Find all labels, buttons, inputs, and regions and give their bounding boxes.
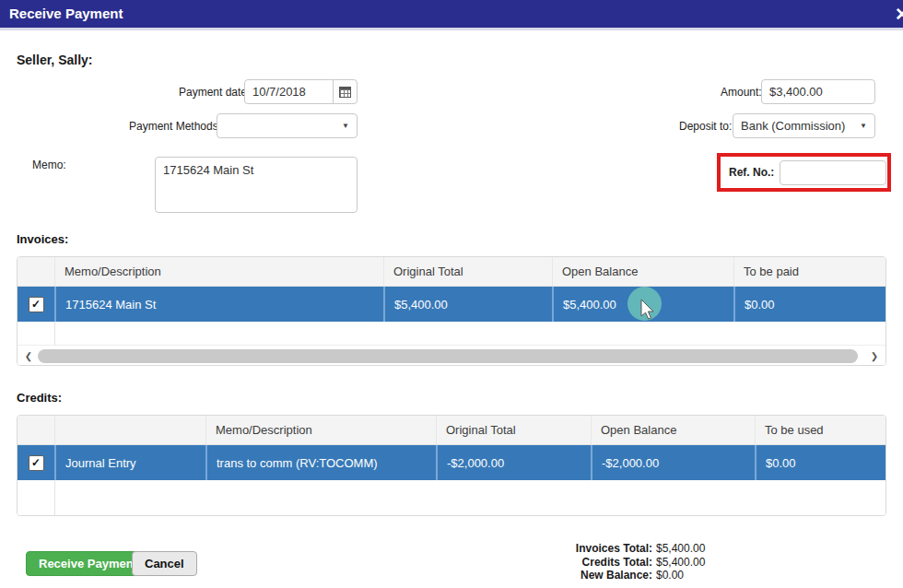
check-icon: ✓: [31, 456, 41, 469]
credit-open-balance-cell: -$2,000.00: [591, 445, 755, 480]
credits-header-type: [54, 416, 205, 444]
scroll-right-icon[interactable]: ❯: [867, 351, 882, 361]
credits-empty-area: [18, 480, 885, 516]
payment-date-label: Payment date:: [179, 86, 250, 99]
dialog-title: Receive Payment: [9, 6, 123, 21]
invoices-header-original-total: Original Total: [383, 257, 552, 286]
credits-total-label: Credits Total:: [516, 556, 652, 570]
invoice-original-total-cell: $5,400.00: [383, 287, 552, 322]
invoices-header-select: [18, 257, 54, 286]
invoices-header-open-balance: Open Balance: [552, 257, 733, 286]
credit-memo-cell: trans to comm (RV:TOCOMM): [205, 445, 436, 480]
memo-textarea[interactable]: 1715624 Main St: [155, 157, 358, 213]
new-balance-row: New Balance: $0.00: [516, 569, 710, 582]
invoice-to-be-paid-cell: $0.00: [733, 287, 885, 322]
invoices-header-to-be-paid: To be paid: [733, 257, 885, 286]
check-icon: ✓: [31, 298, 41, 311]
credit-checkbox[interactable]: ✓: [29, 455, 44, 471]
credit-to-be-used-cell: $0.00: [755, 445, 885, 480]
invoice-checkbox[interactable]: ✓: [29, 297, 44, 312]
payment-methods-select[interactable]: ▼: [217, 113, 358, 138]
invoices-section-label: Invoices:: [17, 232, 68, 246]
calendar-button[interactable]: [333, 79, 358, 104]
credits-table-header: Memo/Description Original Total Open Bal…: [18, 416, 885, 445]
credits-total-row: Credits Total: $5,400.00: [516, 556, 710, 570]
dialog-titlebar: Receive Payment ✕: [0, 0, 903, 30]
scroll-left-icon[interactable]: ❮: [21, 351, 36, 361]
new-balance-label: New Balance:: [516, 569, 652, 582]
payment-date-input[interactable]: [244, 79, 334, 104]
credits-total-value: $5,400.00: [656, 556, 710, 570]
credits-header-open-balance: Open Balance: [591, 416, 755, 444]
seller-heading: Seller, Sally:: [17, 53, 93, 67]
ref-no-highlight-box: Ref. No.:: [717, 153, 891, 192]
chevron-down-icon: ▼: [342, 122, 349, 130]
credits-header-select: [18, 416, 54, 444]
credits-header-memo: Memo/Description: [205, 416, 436, 444]
invoice-row-select-cell: ✓: [18, 287, 54, 322]
credit-row-select-cell: ✓: [18, 445, 54, 480]
ref-no-input[interactable]: [780, 160, 886, 185]
deposit-to-label: Deposit to:: [679, 120, 732, 133]
cancel-button[interactable]: Cancel: [132, 551, 197, 576]
credits-section-label: Credits:: [17, 391, 62, 405]
memo-label: Memo:: [32, 159, 66, 171]
deposit-to-value: Bank (Commission): [741, 119, 845, 133]
invoices-table-header: Memo/Description Original Total Open Bal…: [18, 257, 885, 287]
credits-header-original-total: Original Total: [436, 416, 591, 444]
payment-methods-label: Payment Methods:: [129, 120, 221, 133]
invoice-memo-cell: 1715624 Main St: [54, 287, 383, 322]
invoice-row[interactable]: ✓ 1715624 Main St $5,400.00 $5,400.00 $0…: [18, 287, 885, 322]
chevron-down-icon: ▼: [860, 122, 867, 130]
deposit-to-select[interactable]: Bank (Commission) ▼: [733, 113, 875, 138]
invoices-total-row: Invoices Total: $5,400.00: [516, 542, 710, 556]
invoices-empty-area: [18, 322, 885, 345]
new-balance-value: $0.00: [656, 569, 710, 582]
credit-type-cell: Journal Entry: [54, 445, 205, 480]
invoices-header-memo: Memo/Description: [54, 257, 383, 286]
column-divider: [18, 322, 55, 345]
invoices-hscrollbar: ❮ ❯: [18, 345, 885, 366]
amount-label: Amount:: [721, 86, 762, 99]
credits-table: Memo/Description Original Total Open Bal…: [17, 415, 886, 516]
invoices-total-label: Invoices Total:: [516, 542, 652, 556]
close-icon[interactable]: ✕: [895, 4, 903, 25]
receive-payment-dialog: { "titlebar": { "title": "Receive Paymen…: [0, 0, 903, 588]
calendar-icon: [339, 87, 351, 98]
mouse-pointer-icon: [639, 299, 656, 321]
credit-row[interactable]: ✓ Journal Entry trans to comm (RV:TOCOMM…: [18, 445, 885, 480]
amount-input[interactable]: [761, 79, 875, 104]
scrollbar-thumb[interactable]: [38, 349, 858, 363]
totals-summary: Invoices Total: $5,400.00 Credits Total:…: [516, 542, 710, 582]
credits-header-to-be-used: To be used: [755, 416, 885, 444]
credit-original-total-cell: -$2,000.00: [436, 445, 591, 480]
invoices-total-value: $5,400.00: [656, 542, 710, 556]
invoices-table: Memo/Description Original Total Open Bal…: [17, 256, 886, 366]
ref-no-label: Ref. No.:: [729, 166, 774, 179]
column-divider: [18, 480, 55, 516]
